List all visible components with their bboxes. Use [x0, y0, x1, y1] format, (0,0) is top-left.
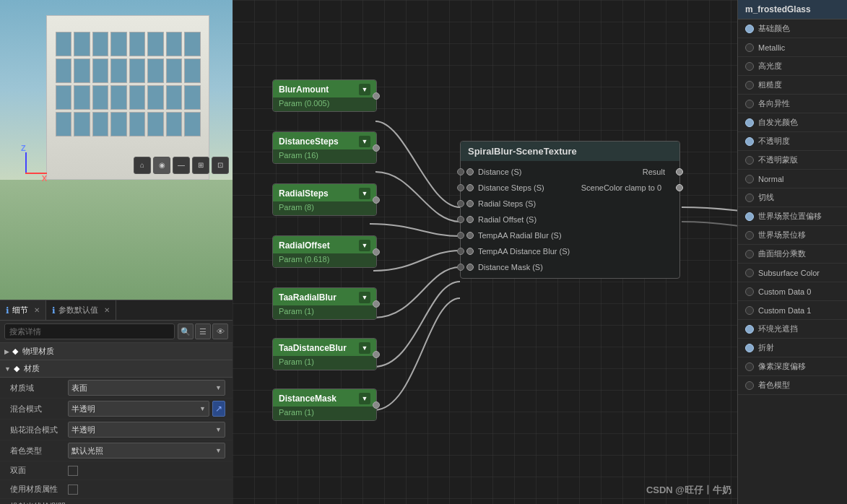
- node-taa-radial-arrow[interactable]: ▼: [359, 292, 370, 303]
- right-prop-pixel-depth[interactable]: 像素深度偏移: [738, 357, 847, 376]
- prop-label-material-domain: 材质域: [10, 383, 68, 394]
- prop-label-use-material-attrs: 使用材质属性: [10, 484, 68, 495]
- node-distance-mask-arrow[interactable]: ▼: [359, 393, 370, 404]
- blend-mode-extra-btn[interactable]: ↗: [212, 401, 225, 417]
- right-prop-opacity-dot: [745, 137, 754, 146]
- right-prop-opacity[interactable]: 不透明度: [738, 132, 847, 151]
- axis-x-label: X: [42, 174, 47, 183]
- node-distance-steps-title: DistanceSteps: [279, 136, 339, 147]
- section-material[interactable]: ▼ ◆ 材质: [0, 360, 233, 378]
- viewport-btn-wire[interactable]: —: [173, 157, 190, 174]
- dropdown-shading-model-value: 默认光照: [71, 446, 103, 456]
- tab-params[interactable]: ℹ 参数默认值 ✕: [46, 300, 116, 320]
- viewport-btn-grid[interactable]: ⊞: [192, 157, 209, 174]
- right-prop-world-displacement[interactable]: 世界场景位移: [738, 226, 847, 245]
- node-radial-steps-pin: [373, 196, 380, 204]
- node-distance-mask[interactable]: DistanceMask ▼ Param (1): [272, 388, 377, 421]
- node-radial-steps[interactable]: RadialSteps ▼ Param (8): [272, 183, 377, 216]
- right-prop-roughness-dot: [745, 81, 754, 90]
- node-radial-offset-header: RadialOffset ▼: [273, 236, 376, 253]
- viewport-btn-solid[interactable]: ◉: [153, 157, 170, 174]
- right-prop-pixel-depth-label: 像素深度偏移: [758, 361, 806, 372]
- node-taa-radial-subtitle: Param (1): [273, 305, 376, 319]
- dropdown-material-domain[interactable]: 表面 ▼: [68, 380, 225, 396]
- right-prop-refraction[interactable]: 折射: [738, 339, 847, 357]
- viewport-btn-home[interactable]: ⌂: [134, 157, 151, 174]
- right-prop-custom-data-0[interactable]: Custom Data 0: [738, 282, 847, 301]
- right-prop-world-displacement-dot: [745, 231, 754, 240]
- node-radial-steps-arrow[interactable]: ▼: [359, 188, 370, 199]
- right-prop-tessellation-dot: [745, 250, 754, 258]
- right-prop-base-color[interactable]: 基础颜色: [738, 19, 847, 38]
- node-distance-steps-arrow[interactable]: ▼: [359, 136, 370, 147]
- section-label: 物理材质: [22, 346, 54, 357]
- right-prop-normal[interactable]: Normal: [738, 170, 847, 188]
- right-prop-roughness[interactable]: 粗糙度: [738, 76, 847, 95]
- node-blur-amount-arrow[interactable]: ▼: [359, 84, 370, 95]
- panel-tabs: ℹ 细节 ✕ ℹ 参数默认值 ✕: [0, 300, 233, 321]
- pin-distance-steps-dot: [466, 184, 474, 191]
- prop-value-use-material-attrs: [68, 485, 225, 495]
- checkbox-two-sided[interactable]: [68, 466, 78, 476]
- right-prop-emissive-dot: [745, 118, 754, 127]
- search-input[interactable]: [4, 323, 175, 339]
- node-distance-steps-header: DistanceSteps ▼: [273, 132, 376, 149]
- section-dot: ◆: [12, 347, 18, 356]
- right-prop-world-pos-offset[interactable]: 世界场景位置偏移: [738, 207, 847, 226]
- dropdown-decal-blend[interactable]: 半透明 ▼: [68, 422, 225, 438]
- node-spiral-blur[interactable]: SpiralBlur-SceneTexture Distance (S) Res…: [460, 141, 680, 279]
- tab-params-label: 参数默认值: [58, 305, 98, 316]
- dropdown-decal-arrow: ▼: [215, 426, 222, 433]
- right-prop-metallic[interactable]: Metallic: [738, 38, 847, 57]
- node-blur-amount[interactable]: BlurAmount ▼ Param (0.005): [272, 79, 377, 112]
- search-icon-btn[interactable]: 🔍: [178, 323, 194, 339]
- node-spiral-header: SpiralBlur-SceneTexture: [461, 142, 679, 161]
- tab-close-icon[interactable]: ✕: [34, 306, 40, 314]
- right-prop-anisotropy[interactable]: 各向异性: [738, 95, 847, 113]
- filter-btn[interactable]: 👁: [212, 323, 228, 339]
- node-distance-steps[interactable]: DistanceSteps ▼ Param (16): [272, 131, 377, 164]
- right-prop-ao[interactable]: 环境光遮挡: [738, 320, 847, 339]
- node-radial-offset-subtitle: Param (0.618): [273, 253, 376, 267]
- right-prop-opacity-mask-dot: [745, 156, 754, 165]
- viewport-btn-view[interactable]: ⊡: [212, 157, 229, 174]
- tab-params-close-icon[interactable]: ✕: [104, 306, 110, 314]
- dropdown-blend-mode[interactable]: 半透明 ▼: [68, 401, 209, 417]
- node-distance-steps-subtitle: Param (16): [273, 149, 376, 163]
- node-radial-offset-arrow[interactable]: ▼: [359, 240, 370, 251]
- node-taa-distance-arrow[interactable]: ▼: [359, 342, 370, 354]
- dropdown-shading-model[interactable]: 默认光照 ▼: [68, 443, 225, 459]
- right-prop-world-pos-offset-dot: [745, 212, 754, 221]
- prop-row-use-material-attrs: 使用材质属性: [0, 480, 233, 499]
- checkbox-use-material-attrs[interactable]: [68, 485, 78, 495]
- node-taa-distance[interactable]: TaaDistanceBlur ▼ Param (1): [272, 338, 377, 370]
- node-blur-amount-header: BlurAmount ▼: [273, 80, 376, 97]
- pin-radial-offset-label: Radial Offset (S): [478, 215, 537, 224]
- list-view-btn[interactable]: ☰: [195, 323, 211, 339]
- node-blur-amount-title: BlurAmount: [279, 84, 329, 95]
- right-prop-custom-data-1[interactable]: Custom Data 1: [738, 301, 847, 320]
- right-prop-subsurface[interactable]: Subsurface Color: [738, 264, 847, 282]
- section-physical-material[interactable]: ▶ ◆ 物理材质: [0, 343, 233, 360]
- right-prop-tessellation-label: 曲面细分乘数: [758, 248, 806, 259]
- right-prop-metallic-dot: [745, 43, 754, 52]
- dropdown-shading-arrow: ▼: [215, 447, 222, 454]
- node-radial-steps-title: RadialSteps: [279, 188, 329, 199]
- node-radial-offset[interactable]: RadialOffset ▼ Param (0.618): [272, 235, 377, 268]
- viewport-building: [46, 15, 209, 180]
- pin-distance-mask: Distance Mask (S): [461, 259, 679, 275]
- right-prop-shading-model[interactable]: 着色模型: [738, 376, 847, 395]
- right-prop-tangent[interactable]: 切线: [738, 188, 847, 207]
- node-radial-offset-title: RadialOffset: [279, 240, 330, 251]
- dropdown-blend-mode-value: 半透明: [71, 404, 95, 414]
- right-prop-specular[interactable]: 高光度: [738, 57, 847, 76]
- node-taa-radial[interactable]: TaaRadialBlur ▼ Param (1): [272, 287, 377, 320]
- right-prop-opacity-mask[interactable]: 不透明蒙版: [738, 151, 847, 170]
- prop-value-two-sided: [68, 466, 225, 476]
- right-prop-emissive[interactable]: 自发光颜色: [738, 113, 847, 132]
- right-prop-tessellation[interactable]: 曲面细分乘数: [738, 245, 847, 264]
- prop-row-cast-shadows: 投射光线检测阴影: [0, 499, 233, 504]
- right-prop-metallic-label: Metallic: [758, 43, 785, 52]
- prop-label-cast-shadows: 投射光线检测阴影: [10, 501, 68, 504]
- tab-detail[interactable]: ℹ 细节 ✕: [0, 300, 46, 320]
